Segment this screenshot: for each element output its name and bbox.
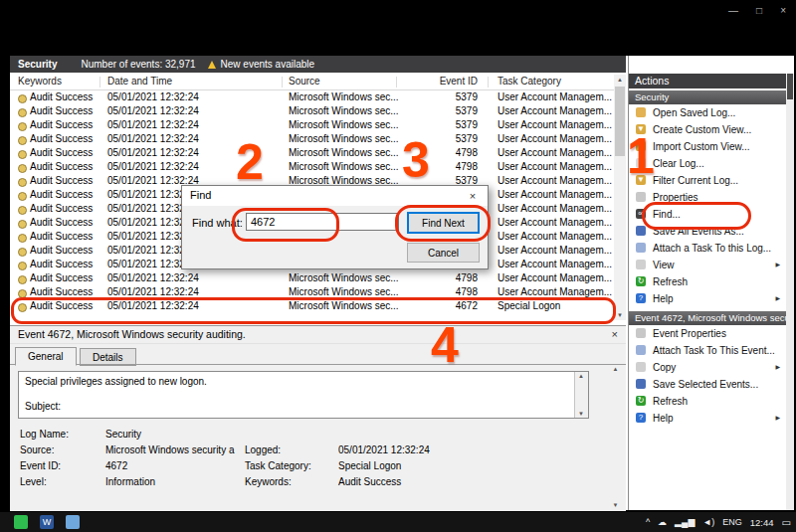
cell-keywords: Audit Success	[30, 175, 93, 186]
attach-task-icon	[636, 243, 646, 253]
column-keywords[interactable]: Keywords	[18, 76, 62, 87]
column-event-id[interactable]: Event ID	[403, 76, 478, 87]
scroll-thumb[interactable]	[787, 74, 793, 99]
cell-event-id: 4798	[403, 286, 478, 297]
scroll-down-icon[interactable]: ▼	[609, 502, 622, 508]
column-divider[interactable]	[488, 77, 489, 88]
field-value: 4672	[105, 460, 127, 471]
action-item-help[interactable]: ? Help ▶	[629, 410, 786, 427]
table-row[interactable]: Audit Success 05/01/2021 12:32:24 Micros…	[10, 161, 614, 175]
scroll-up-icon[interactable]: ▲	[575, 373, 587, 379]
submenu-arrow-icon: ▶	[775, 257, 780, 273]
notification-center-icon[interactable]: ▭	[782, 517, 791, 528]
column-task-category[interactable]: Task Category	[498, 76, 561, 87]
table-row[interactable]: Audit Success 05/01/2021 12:32:24 Micros…	[10, 272, 614, 286]
detail-scrollbar[interactable]: ▲ ▼	[609, 365, 622, 509]
annotation-step-2: 2	[236, 137, 264, 187]
cell-task-category: User Account Managem...	[498, 259, 612, 269]
action-item-help[interactable]: ? Help ▶	[629, 290, 786, 307]
scroll-thumb[interactable]	[615, 87, 625, 156]
cell-task-category: User Account Managem...	[498, 175, 612, 186]
event-description-box[interactable]: Special privileges assigned to new logon…	[18, 371, 589, 419]
maximize-button[interactable]: □	[756, 5, 762, 16]
section-header-security[interactable]: Security	[629, 90, 786, 104]
warning-icon	[208, 61, 216, 69]
cell-keywords: Audit Success	[30, 231, 93, 242]
clock[interactable]: 12:44	[750, 517, 774, 528]
action-item-view[interactable]: View ▶	[629, 257, 786, 273]
annotation-circle-event-row	[11, 297, 616, 324]
taskbar-apps: W	[14, 515, 80, 529]
detail-close-icon[interactable]: ×	[612, 328, 618, 340]
word-app-icon[interactable]: W	[40, 515, 54, 529]
scroll-down-icon[interactable]: ▼	[575, 411, 587, 417]
volume-icon[interactable]: ◄)	[702, 517, 714, 527]
detail-panel: Event 4672, Microsoft Windows security a…	[10, 325, 626, 511]
column-source[interactable]: Source	[289, 76, 320, 87]
table-row[interactable]: Audit Success 05/01/2021 12:32:24 Micros…	[10, 119, 614, 133]
network-signal-icon[interactable]: ▂▄▆	[675, 517, 695, 527]
action-item-attach-task-to-this-event[interactable]: Attach Task To This Event...	[629, 342, 786, 359]
cell-keywords: Audit Success	[30, 245, 93, 256]
minimize-button[interactable]: —	[728, 5, 738, 16]
action-item-event-properties[interactable]: Event Properties	[629, 325, 786, 342]
table-row[interactable]: Audit Success 05/01/2021 12:32:24 Micros…	[10, 91, 614, 105]
action-item-label: Create Custom View...	[653, 121, 751, 138]
action-item-open-saved-log[interactable]: Open Saved Log...	[629, 104, 786, 121]
table-scrollbar[interactable]: ▲ ▼	[614, 75, 626, 320]
cell-keywords: Audit Success	[30, 189, 93, 200]
find-dialog-titlebar[interactable]: Find ×	[182, 186, 488, 206]
cell-task-category: User Account Managem...	[498, 91, 612, 102]
column-divider[interactable]	[396, 77, 397, 88]
action-item-save-selected-events[interactable]: Save Selected Events...	[629, 376, 786, 393]
cell-source: Microsoft Windows sec...	[289, 105, 399, 116]
action-item-refresh[interactable]: ↻ Refresh	[629, 273, 786, 290]
detail-field-row: Log Name: Security	[10, 429, 603, 444]
cell-task-category: User Account Managem...	[498, 245, 612, 256]
action-item-refresh[interactable]: ↻ Refresh	[629, 393, 786, 410]
table-row[interactable]: Audit Success 05/01/2021 12:32:24 Micros…	[10, 147, 614, 161]
language-indicator[interactable]: ENG	[722, 517, 742, 527]
scroll-up-icon[interactable]: ▲	[614, 75, 626, 85]
cell-event-id: 5379	[403, 105, 478, 116]
cell-task-category: User Account Managem...	[498, 119, 612, 130]
cell-task-category: User Account Managem...	[498, 203, 612, 214]
field-label: Logged:	[245, 444, 281, 455]
cell-date-time: 05/01/2021 12:32:24	[107, 161, 199, 172]
key-icon	[18, 220, 27, 229]
table-row[interactable]: Audit Success 05/01/2021 12:32:24 Micros…	[10, 105, 614, 119]
action-item-label: Clear Log...	[653, 155, 704, 172]
properties-icon	[636, 192, 646, 202]
chevron-up-icon[interactable]: ^	[646, 517, 650, 527]
find-dialog-close-button[interactable]: ×	[458, 186, 488, 206]
submenu-arrow-icon: ▶	[775, 290, 780, 307]
section-header-event-4672[interactable]: Event 4672, Microsoft Windows secur...	[629, 311, 786, 325]
actions-scrollbar[interactable]	[786, 74, 794, 510]
column-divider[interactable]	[282, 77, 283, 88]
column-date-time[interactable]: Date and Time	[107, 76, 172, 87]
cell-keywords: Audit Success	[30, 91, 93, 102]
field-label: Event ID:	[20, 460, 61, 471]
action-item-copy[interactable]: Copy ▶	[629, 359, 786, 376]
field-label: Task Category:	[245, 460, 311, 471]
description-scrollbar[interactable]: ▲ ▼	[574, 372, 588, 418]
scroll-up-icon[interactable]: ▲	[609, 366, 622, 372]
key-icon	[18, 206, 27, 215]
photos-app-icon[interactable]	[66, 515, 80, 529]
column-divider[interactable]	[100, 77, 100, 88]
cell-keywords: Audit Success	[30, 217, 93, 228]
key-icon	[18, 136, 27, 145]
cloud-icon[interactable]: ☁	[658, 517, 667, 527]
action-item-label: Import Custom View...	[653, 138, 750, 155]
tab-general[interactable]: General	[15, 347, 77, 366]
annotation-step-3: 3	[402, 135, 430, 185]
action-item-label: Event Properties	[653, 325, 726, 342]
cell-source: Microsoft Windows sec...	[289, 133, 399, 144]
close-button[interactable]: ×	[780, 5, 786, 16]
chat-app-icon[interactable]	[14, 515, 28, 529]
cell-keywords: Audit Success	[30, 272, 93, 283]
cancel-button[interactable]: Cancel	[407, 243, 480, 263]
action-item-attach-a-task-to-this-log[interactable]: Attach a Task To this Log...	[629, 240, 786, 257]
table-row[interactable]: Audit Success 05/01/2021 12:32:24 Micros…	[10, 133, 614, 147]
window-controls: — □ ×	[728, 5, 786, 16]
